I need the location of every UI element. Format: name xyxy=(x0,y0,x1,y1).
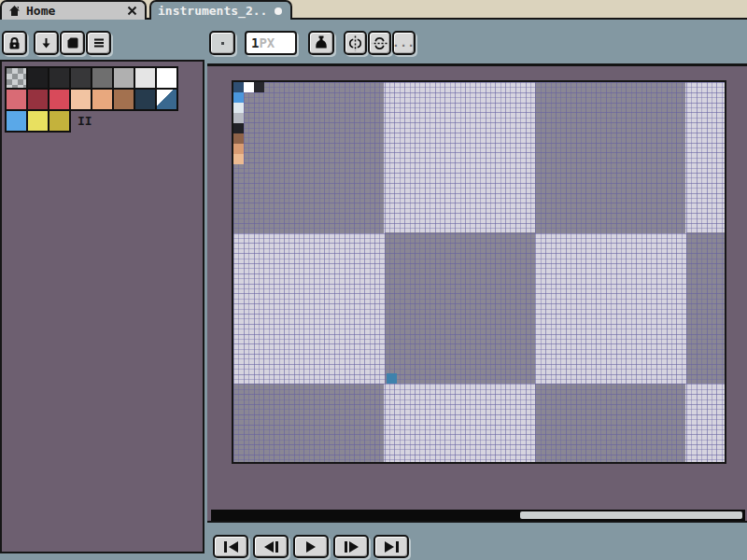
sprite-pixel xyxy=(233,82,244,92)
palette-swatch[interactable] xyxy=(69,88,92,111)
playback-first-frame-button[interactable] xyxy=(213,535,248,558)
palette-swatch[interactable] xyxy=(48,88,71,111)
sprite-pixel xyxy=(233,123,244,133)
palette-swatch[interactable] xyxy=(48,109,71,133)
pixel-grid-overlay xyxy=(233,82,725,462)
previous-frame-icon xyxy=(264,541,274,553)
palette-swatch[interactable] xyxy=(155,88,178,111)
last-frame-icon xyxy=(385,541,394,553)
palette-swatch[interactable] xyxy=(134,66,157,90)
sprite-pixel xyxy=(233,113,244,123)
play-icon xyxy=(306,541,316,553)
symmetry-vertical-icon xyxy=(347,35,363,51)
tab-home-label: Home xyxy=(26,4,55,18)
sprite-pixel xyxy=(233,133,244,144)
symmetry-horizontal-button[interactable] xyxy=(368,31,391,55)
brush-preview-button[interactable] xyxy=(209,31,235,55)
sprite-pixel xyxy=(254,82,264,92)
palette-swatch[interactable] xyxy=(155,66,178,90)
canvas-panel xyxy=(207,63,747,523)
palette-swatch[interactable] xyxy=(112,88,135,111)
file-button[interactable] xyxy=(60,31,85,55)
ellipsis-icon: ... xyxy=(392,40,416,46)
sprite-pixel xyxy=(233,92,244,103)
horizontal-scrollbar-thumb[interactable] xyxy=(520,511,742,519)
sprite-pixel xyxy=(387,373,397,384)
palette-swatch[interactable] xyxy=(26,66,49,90)
sprite-pixel xyxy=(233,144,244,154)
color-palette: II xyxy=(5,66,176,131)
symmetry-vertical-button[interactable] xyxy=(344,31,367,55)
unsaved-dot-icon xyxy=(275,7,282,15)
more-options-button[interactable]: ... xyxy=(392,31,416,55)
dot-icon xyxy=(221,42,224,45)
palette-swatch[interactable] xyxy=(26,88,49,111)
arrow-down-icon xyxy=(40,37,52,49)
sprite-pixel xyxy=(233,103,244,113)
file-icon xyxy=(66,36,79,49)
close-icon[interactable] xyxy=(125,5,138,18)
next-frame-icon xyxy=(345,541,347,553)
brush-size-unit: PX xyxy=(259,35,275,50)
playback-previous-frame-button[interactable] xyxy=(253,535,289,558)
palette-panel: II xyxy=(0,60,204,553)
playback-next-frame-button[interactable] xyxy=(333,535,369,558)
sprite-pixel xyxy=(233,154,244,164)
brush-size-input[interactable]: 1 PX xyxy=(245,31,297,55)
palette-swatch[interactable] xyxy=(48,66,71,90)
brush-size-value: 1 xyxy=(251,35,259,50)
tab-home[interactable]: Home xyxy=(0,0,147,20)
sprite-canvas[interactable] xyxy=(232,80,726,464)
tab-document[interactable]: instruments_2.. xyxy=(149,0,292,20)
menu-button[interactable] xyxy=(86,31,111,55)
palette-cursor: II xyxy=(78,114,92,128)
lock-icon xyxy=(7,36,21,50)
lock-button[interactable] xyxy=(2,31,27,55)
palette-swatch[interactable] xyxy=(91,88,114,111)
sprite-pixel xyxy=(244,82,254,92)
tab-document-label: instruments_2.. xyxy=(158,4,267,18)
palette-swatch[interactable] xyxy=(134,88,157,111)
palette-swatch[interactable] xyxy=(69,66,92,90)
home-icon xyxy=(8,5,21,17)
menu-icon xyxy=(93,37,105,49)
palette-swatch[interactable] xyxy=(5,88,28,111)
horizontal-scrollbar-track[interactable] xyxy=(211,510,745,521)
palette-swatch[interactable] xyxy=(91,66,114,90)
playback-play-button[interactable] xyxy=(293,535,329,558)
playback-last-frame-button[interactable] xyxy=(374,535,409,558)
ink-bottle-icon xyxy=(313,35,330,51)
palette-swatch[interactable] xyxy=(5,109,28,133)
ink-button[interactable] xyxy=(308,31,334,55)
symmetry-horizontal-icon xyxy=(372,35,388,51)
first-frame-icon xyxy=(224,541,227,553)
palette-swatch[interactable] xyxy=(26,109,49,133)
download-button[interactable] xyxy=(34,31,59,55)
palette-swatch[interactable] xyxy=(5,66,28,90)
palette-swatch[interactable] xyxy=(112,66,135,90)
